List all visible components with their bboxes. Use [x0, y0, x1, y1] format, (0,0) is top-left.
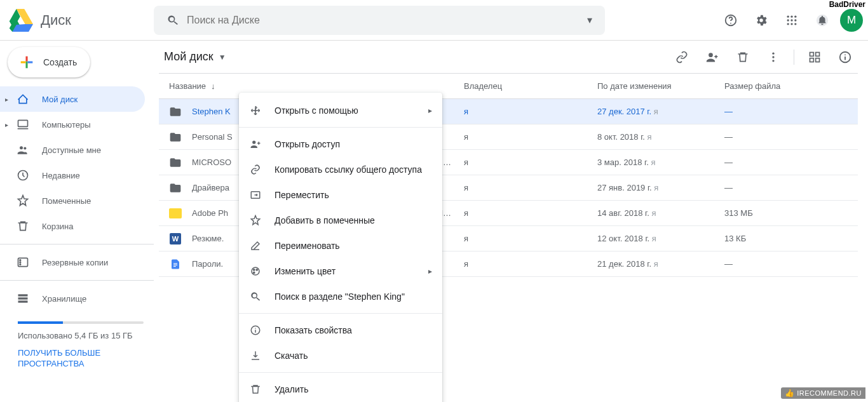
svg-point-27 — [772, 60, 774, 62]
search-input[interactable] — [187, 15, 580, 26]
col-name-header[interactable]: Название — [169, 81, 206, 91]
sidebar-item-5[interactable]: Корзина — [0, 213, 145, 239]
nav-icon — [15, 169, 31, 182]
color-icon — [249, 265, 262, 277]
new-button[interactable]: Создать — [8, 47, 90, 77]
trash-icon — [249, 384, 262, 395]
details-info-icon[interactable] — [832, 44, 858, 70]
col-size-header[interactable]: Размер файла — [724, 81, 858, 91]
backups-icon — [15, 256, 31, 269]
search-icon — [249, 291, 262, 302]
app-header: Диск ▾ M — [0, 0, 868, 41]
search-icon — [159, 14, 187, 27]
plus-icon — [18, 53, 36, 71]
nav-icon — [15, 194, 31, 207]
svg-point-25 — [772, 52, 774, 54]
svg-point-14 — [20, 146, 23, 149]
help-icon[interactable] — [718, 8, 743, 33]
svg-point-6 — [790, 19, 792, 21]
storage-icon — [15, 292, 31, 305]
ctx-info[interactable]: Показать свойства — [239, 318, 442, 343]
trash-icon[interactable] — [730, 44, 756, 70]
user-avatar[interactable]: M — [840, 9, 863, 32]
rename-icon — [249, 240, 262, 251]
get-more-storage-link[interactable]: ПОЛУЧИТЬ БОЛЬШЕ ПРОСТРАНСТВА — [18, 348, 144, 370]
search-bar[interactable]: ▾ — [154, 6, 605, 35]
nav-icon — [15, 118, 31, 131]
svg-point-3 — [790, 15, 792, 17]
svg-point-9 — [790, 23, 792, 25]
nav-icon — [15, 220, 31, 232]
ctx-share[interactable]: Открыть доступ — [239, 131, 442, 157]
sidebar-item-0[interactable]: ▸Мой диск — [0, 86, 145, 112]
path-title[interactable]: Мой диск — [159, 50, 214, 64]
svg-rect-36 — [173, 264, 177, 265]
download-icon — [249, 350, 262, 361]
expand-icon: ▸ — [5, 96, 13, 103]
file-type-icon — [169, 258, 182, 271]
file-type-icon: W — [169, 232, 182, 245]
svg-rect-31 — [816, 58, 820, 62]
ctx-color[interactable]: Изменить цвет▸ — [239, 258, 442, 284]
ctx-open[interactable]: Открыть с помощью▸ — [239, 98, 442, 123]
sidebar-item-2[interactable]: Доступные мне — [0, 137, 145, 163]
svg-point-10 — [794, 23, 796, 25]
star-icon — [249, 215, 262, 226]
svg-point-43 — [256, 269, 257, 271]
ctx-move[interactable]: Переместить — [239, 182, 442, 208]
sidebar-storage[interactable]: Хранилище — [0, 286, 145, 311]
svg-point-44 — [254, 272, 255, 273]
ctx-rename[interactable]: Переименовать — [239, 233, 442, 258]
svg-rect-28 — [810, 52, 814, 56]
search-options-dropdown-icon[interactable]: ▾ — [580, 14, 600, 26]
sidebar-backups[interactable]: Резервные копии — [0, 250, 145, 275]
user-label: BadDriver — [829, 0, 865, 9]
file-type-icon — [169, 131, 182, 144]
svg-point-41 — [252, 267, 259, 275]
submenu-arrow-icon: ▸ — [428, 106, 432, 115]
ctx-search[interactable]: Поиск в разделе "Stephen King" — [239, 284, 442, 309]
grid-view-icon[interactable] — [802, 44, 827, 70]
svg-point-5 — [787, 19, 789, 21]
ctx-download[interactable]: Скачать — [239, 343, 442, 368]
svg-point-1 — [730, 22, 731, 23]
path-bar: Мой диск ▼ — [159, 41, 858, 74]
path-dropdown-icon[interactable]: ▼ — [219, 53, 226, 62]
ctx-trash[interactable]: Удалить — [239, 377, 442, 402]
product-name: Диск — [41, 12, 71, 29]
storage-progress-bar — [18, 321, 144, 324]
col-date-header[interactable]: По дате изменения — [597, 81, 724, 91]
nav-icon — [15, 144, 31, 156]
svg-rect-12 — [18, 120, 28, 126]
sidebar-item-3[interactable]: Недавние — [0, 163, 145, 188]
svg-rect-35 — [173, 263, 177, 264]
svg-rect-22 — [18, 297, 28, 299]
logo-block: Диск — [8, 9, 154, 32]
svg-point-19 — [20, 262, 21, 263]
svg-point-4 — [794, 15, 796, 17]
sidebar-item-1[interactable]: ▸Компьютеры — [0, 112, 145, 137]
sort-arrow-icon[interactable]: ↓ — [211, 81, 215, 91]
move-icon — [249, 189, 262, 201]
link-icon — [249, 164, 262, 175]
share-icon — [249, 138, 262, 150]
svg-point-26 — [772, 56, 774, 58]
get-link-icon[interactable] — [669, 44, 695, 70]
context-menu: Открыть с помощью▸Открыть доступКопирова… — [239, 93, 442, 402]
file-type-icon — [169, 207, 182, 220]
col-owner-header[interactable]: Владелец — [464, 81, 597, 91]
ctx-star[interactable]: Добавить в помеченные — [239, 208, 442, 233]
svg-point-2 — [787, 15, 789, 17]
more-options-icon[interactable] — [761, 44, 786, 70]
file-type-icon — [169, 105, 182, 118]
apps-grid-icon[interactable] — [779, 8, 804, 33]
watermark: 👍IRECOMMEND.RU — [781, 387, 865, 399]
sidebar-item-4[interactable]: Помеченные — [0, 188, 145, 213]
notifications-icon[interactable] — [810, 8, 835, 33]
expand-icon: ▸ — [5, 121, 13, 128]
svg-point-15 — [24, 147, 26, 149]
settings-gear-icon[interactable] — [749, 8, 774, 33]
share-icon[interactable] — [700, 44, 725, 70]
svg-point-39 — [252, 140, 255, 144]
ctx-link[interactable]: Копировать ссылку общего доступа — [239, 157, 442, 182]
